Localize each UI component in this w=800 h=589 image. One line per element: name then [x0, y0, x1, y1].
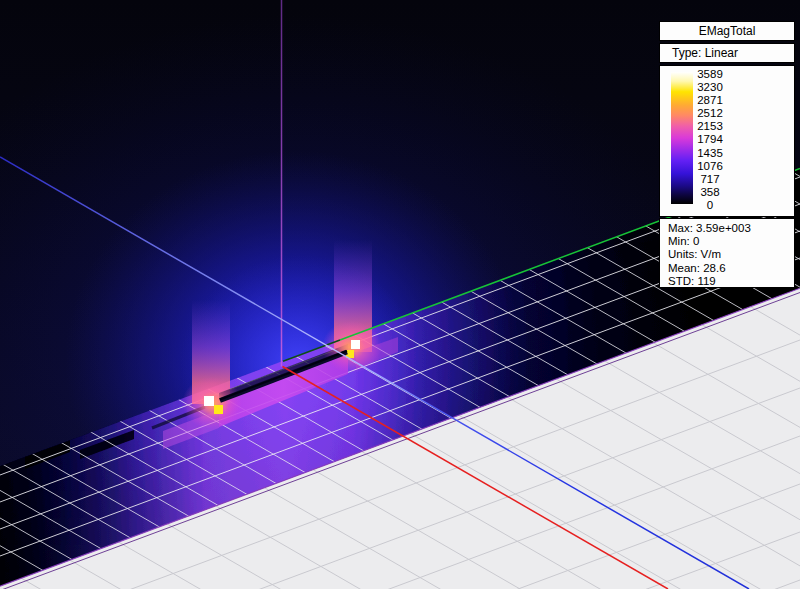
colorbar-tick: 1435	[680, 147, 740, 160]
feed-cell-yellow	[214, 405, 223, 414]
colorbar-tick: 358	[680, 186, 740, 199]
colorbar-tick: 2153	[680, 120, 740, 133]
antenna-feed-left	[182, 377, 242, 429]
colorbar-tick: 1076	[680, 160, 740, 173]
colorbar-tick: 717	[680, 173, 740, 186]
legend-panel: EMagTotal Type: Linear 3589 3230 2871 25…	[659, 21, 795, 288]
feed-cell-white	[204, 396, 214, 406]
stat-std: STD: 119	[668, 275, 794, 288]
stat-mean: Mean: 28.6	[668, 262, 794, 275]
colorbar-ticks: 3589 3230 2871 2512 2153 1794 1435 1076 …	[680, 68, 740, 212]
feed-cell-white	[351, 340, 360, 349]
legend-stats: Max: 3.59e+003 Min: 0 Units: V/m Mean: 2…	[659, 218, 795, 288]
colorbar-tick: 0	[680, 199, 740, 212]
legend-title: EMagTotal	[659, 21, 795, 41]
colorbar-tick: 1794	[680, 133, 740, 146]
colorbar-tick: 3230	[680, 81, 740, 94]
colorbar-tick: 2512	[680, 107, 740, 120]
stat-min: Min: 0	[668, 235, 794, 248]
colorbar-tick: 2871	[680, 94, 740, 107]
legend-colorbar: 3589 3230 2871 2512 2153 1794 1435 1076 …	[659, 65, 795, 217]
viewport-3d[interactable]: EMagTotal Type: Linear 3589 3230 2871 25…	[0, 0, 800, 589]
antenna-feed-right	[322, 321, 382, 373]
stat-units: Units: V/m	[668, 248, 794, 261]
stat-max: Max: 3.59e+003	[668, 222, 794, 235]
colorbar-tick: 3589	[680, 68, 740, 81]
legend-scale-type: Type: Linear	[659, 43, 795, 63]
